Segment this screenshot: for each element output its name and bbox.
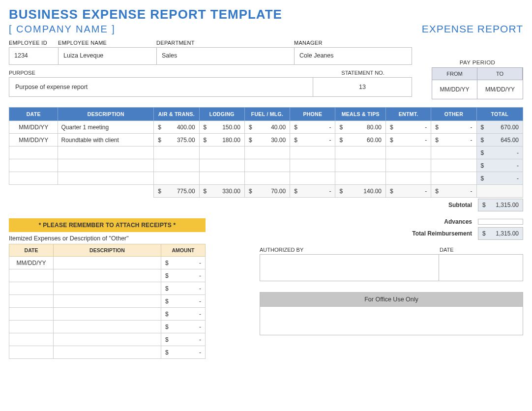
expense-header: AIR & TRANS. xyxy=(154,108,199,121)
office-use-only-label: For Office Use Only xyxy=(260,292,523,307)
total-reimbursement-value: $1,315.00 xyxy=(478,227,523,240)
expense-header: DESCRIPTION xyxy=(58,108,154,121)
auth-date-value[interactable] xyxy=(439,255,523,281)
col-total: $- xyxy=(431,185,476,198)
itemized-row[interactable]: $- xyxy=(9,346,206,359)
purpose-value[interactable]: Purpose of expense report xyxy=(9,78,313,96)
employee-id-label: EMPLOYEE ID xyxy=(9,40,58,46)
expense-row[interactable]: MM/DD/YY Roundtable with client $375.00 … xyxy=(9,134,523,147)
authorized-by-value[interactable] xyxy=(260,255,439,281)
itemized-label: Itemized Expenses or Description of "Oth… xyxy=(9,235,206,242)
department-label: DEPARTMENT xyxy=(156,40,294,46)
expense-header: FUEL / MLG. xyxy=(244,108,290,121)
pay-to-value[interactable]: MM/DD/YY xyxy=(477,80,523,99)
advances-label: Advances xyxy=(444,218,472,225)
col-total: $- xyxy=(290,185,335,198)
pay-from-label: FROM xyxy=(432,68,477,80)
itemized-table: DATEDESCRIPTIONAMOUNT MM/DD/YY $- $- $- … xyxy=(9,244,206,359)
itemized-row[interactable]: $- xyxy=(9,269,206,282)
expense-header: TOTAL xyxy=(476,108,523,121)
expense-table: DATEDESCRIPTIONAIR & TRANS.LODGINGFUEL /… xyxy=(9,107,523,198)
attach-receipts-reminder: * PLEASE REMEMBER TO ATTACH RECEIPTS * xyxy=(9,218,206,232)
col-total: $70.00 xyxy=(244,185,290,198)
pay-period-table: FROM TO MM/DD/YY MM/DD/YY xyxy=(432,67,523,99)
statement-no-value[interactable]: 13 xyxy=(313,78,412,96)
col-total: $330.00 xyxy=(199,185,244,198)
itemized-row[interactable]: MM/DD/YY $- xyxy=(9,257,206,269)
expense-row[interactable]: MM/DD/YY Quarter 1 meeting $400.00 $150.… xyxy=(9,121,523,134)
pay-from-value[interactable]: MM/DD/YY xyxy=(432,80,477,99)
itemized-row[interactable]: $- xyxy=(9,308,206,321)
subtotal-label: Subtotal xyxy=(448,202,472,208)
employee-name-label: EMPLOYEE NAME xyxy=(58,40,156,46)
itemized-header: AMOUNT xyxy=(161,244,206,257)
pay-to-label: TO xyxy=(477,68,523,80)
department-value[interactable]: Sales xyxy=(157,48,295,64)
expense-row[interactable]: $- xyxy=(9,147,523,159)
employee-id-value[interactable]: 1234 xyxy=(9,48,59,64)
total-reimbursement-label: Total Reimbursement xyxy=(412,230,472,237)
expense-header: MEALS & TIPS xyxy=(335,108,386,121)
col-total: $- xyxy=(385,185,431,198)
authorized-by-label: AUTHORIZED BY xyxy=(260,247,440,253)
statement-no-label: STATEMENT NO. xyxy=(314,70,412,76)
office-use-only-area[interactable] xyxy=(260,307,523,335)
expense-header: ENTMT. xyxy=(385,108,431,121)
pay-period-label: PAY PERIOD xyxy=(432,59,523,65)
expense-row[interactable]: $- xyxy=(9,159,523,172)
employee-name-value[interactable]: Luiza Leveque xyxy=(59,48,157,64)
auth-date-label: DATE xyxy=(440,247,523,253)
page-title: BUSINESS EXPENSE REPORT TEMPLATE xyxy=(9,7,523,22)
purpose-label: PURPOSE xyxy=(9,70,314,76)
manager-label: MANAGER xyxy=(294,40,412,46)
col-total: $775.00 xyxy=(154,185,199,198)
manager-value[interactable]: Cole Jeanes xyxy=(295,48,412,64)
expense-header: PHONE xyxy=(290,108,335,121)
expense-row[interactable]: $- xyxy=(9,172,523,185)
company-name: [ COMPANY NAME ] xyxy=(9,24,116,35)
expense-header: OTHER xyxy=(431,108,476,121)
itemized-row[interactable]: $- xyxy=(9,321,206,333)
itemized-header: DESCRIPTION xyxy=(54,244,161,257)
itemized-row[interactable]: $- xyxy=(9,282,206,295)
subtotal-value: $1,315.00 xyxy=(478,199,523,211)
col-total: $140.00 xyxy=(335,185,386,198)
itemized-row[interactable]: $- xyxy=(9,295,206,308)
expense-report-label: EXPENSE REPORT xyxy=(422,23,523,35)
expense-header: DATE xyxy=(9,108,58,121)
grand-total-cell xyxy=(476,185,523,198)
expense-header: LODGING xyxy=(199,108,244,121)
itemized-row[interactable]: $- xyxy=(9,333,206,346)
itemized-header: DATE xyxy=(9,244,54,257)
advances-value[interactable] xyxy=(478,219,523,225)
